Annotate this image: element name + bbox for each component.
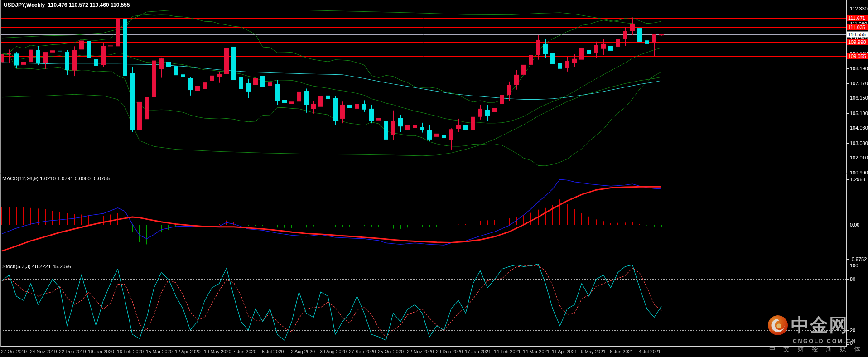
sr-price-badge: 109.055 <box>847 53 868 59</box>
date-axis-label: 5 Jul 2020 <box>262 349 284 354</box>
date-axis-label: 10 May 2020 <box>204 349 231 354</box>
date-axis-label: 16 Feb 2020 <box>117 349 144 354</box>
price-axis-tick-label: 100.990 <box>850 170 868 176</box>
date-axis-label: 19 Jan 2020 <box>88 349 114 354</box>
date-axis-label: 22 Nov 2020 <box>407 349 434 354</box>
sr-price-badge: 111.671 <box>847 15 868 21</box>
date-axis-label: 9 May 2021 <box>581 349 606 354</box>
date-axis-label: 24 Nov 2019 <box>30 349 57 354</box>
watermark-tagline-text: 中 文 财 经 新 媒 体 <box>769 345 863 353</box>
price-axis-tick-label: 102.010 <box>850 155 868 161</box>
stoch-axis-tick-label: 100 <box>850 263 858 269</box>
price-axis-tick-label: 103.030 <box>850 140 868 146</box>
price-chart-canvas[interactable] <box>0 0 868 357</box>
date-axis-label: 7 Jun 2020 <box>233 349 256 354</box>
date-axis-label: 20 Dec 2020 <box>436 349 463 354</box>
macd-axis-tick-label: -0.9752 <box>850 256 867 262</box>
macd-axis-tick-label: 0.00 <box>850 222 859 228</box>
date-axis-label: 6 Jun 2021 <box>610 349 633 354</box>
date-axis-label: 4 Jul 2021 <box>639 349 661 354</box>
price-axis-tick-label: 107.170 <box>850 81 868 87</box>
macd-axis-tick-label: 1.2963 <box>850 177 865 183</box>
price-axis-tick-label: 105.100 <box>850 111 868 116</box>
date-axis-label: 27 Sep 2020 <box>349 349 376 354</box>
date-axis-label: 22 Dec 2019 <box>59 349 86 354</box>
date-axis-label: 15 Mar 2020 <box>146 349 173 354</box>
cngold-logo-icon <box>767 315 788 336</box>
price-axis-tick-label: 104.080 <box>850 125 868 131</box>
current-price-badge: 110.555 <box>847 31 868 37</box>
date-axis-label: 12 Apr 2020 <box>175 349 201 354</box>
date-axis-label: 14 Mar 2021 <box>523 349 550 354</box>
price-axis-tick-label: 112.330 <box>850 6 868 12</box>
date-axis-label: 11 Apr 2021 <box>552 349 577 354</box>
date-axis-label: 14 Feb 2021 <box>494 349 521 354</box>
date-axis-label: 27 Oct 2019 <box>1 349 27 354</box>
cngold-watermark: 中金网 CNGOLD.COM.CN 中 文 财 经 新 媒 体 <box>767 313 863 353</box>
price-axis-tick-label: 108.190 <box>850 66 868 72</box>
sr-price-badge: 111.035 <box>847 24 868 30</box>
mt4-chart-window: USDJPY,Weekly 110.476 110.572 110.460 11… <box>0 0 868 357</box>
sr-price-badge: 109.998 <box>847 39 868 45</box>
price-axis-tick-label: 106.150 <box>850 95 868 101</box>
date-axis-label: 30 Aug 2020 <box>320 349 347 354</box>
stoch-indicator-label: Stoch(5,3,3) 48.2221 45.2096 <box>2 264 71 269</box>
date-axis-label: 17 Jan 2021 <box>465 349 491 354</box>
macd-indicator-label: MACD(12,26,9) 1.0210 1.0791 0.0000 -0.07… <box>2 176 110 181</box>
symbol-title: USDJPY,Weekly 110.476 110.572 110.460 11… <box>4 2 130 8</box>
date-axis-label: 25 Oct 2020 <box>378 349 404 354</box>
stoch-axis-tick-label: 80 <box>850 276 855 282</box>
watermark-domain-text: CNGOLD.COM.CN <box>793 338 863 344</box>
date-axis-label: 2 Aug 2020 <box>291 349 315 354</box>
watermark-brand-text: 中金网 <box>791 313 848 338</box>
